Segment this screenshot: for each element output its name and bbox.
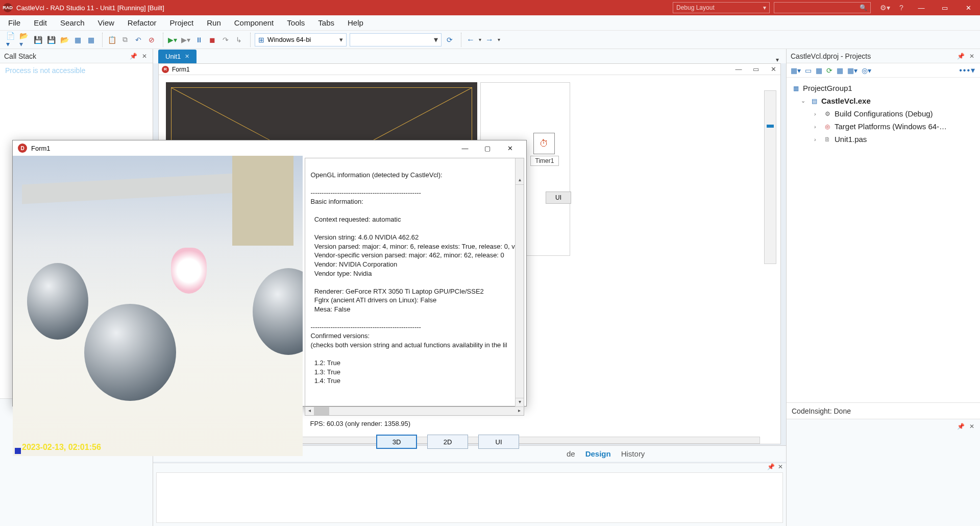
settings-gear-icon[interactable]: ⚙▾ [877, 4, 893, 12]
vertical-scrollbar[interactable]: ▴ ▾ [515, 158, 524, 407]
minimize-button[interactable]: ― [454, 140, 476, 156]
tree-row-projectgroup[interactable]: ▦ ProjectGroup1 [792, 82, 975, 94]
menu-view[interactable]: View [95, 16, 117, 29]
close-icon[interactable]: ✕ [185, 53, 189, 60]
timestamp-overlay: 2023-02-13, 02:01:56 [22, 443, 101, 452]
scroll-left-icon[interactable]: ◂ [305, 407, 314, 415]
titlebar-search[interactable]: 🔍 [774, 2, 871, 13]
nav-back-icon[interactable]: ← [465, 35, 476, 45]
save-all-icon[interactable]: 💾 [46, 35, 56, 45]
layout-combo[interactable]: Debug Layout ▾ [673, 2, 770, 13]
tree-row-unit[interactable]: › 🗎 Unit1.pas [792, 133, 975, 146]
menu-help[interactable]: Help [345, 16, 366, 29]
menu-search[interactable]: Search [57, 16, 88, 29]
nav-forward-icon[interactable]: → [484, 35, 495, 45]
platform-select[interactable]: ⊞ Windows 64-bi ▾ [255, 33, 347, 46]
view-icon[interactable]: ▦ [816, 66, 822, 75]
tab-code[interactable]: de [567, 449, 575, 458]
menu-tabs[interactable]: Tabs [315, 16, 337, 29]
target-icon[interactable]: ◎▾ [862, 66, 871, 75]
paste-icon[interactable]: 📋 [107, 35, 117, 45]
chevron-down-icon[interactable]: ▾ [776, 56, 779, 63]
maximize-button[interactable]: ▢ [476, 140, 499, 156]
config-select[interactable]: ▾ [350, 33, 442, 46]
pin-icon[interactable]: 📌 [767, 463, 775, 470]
pin-icon[interactable]: 📌 [957, 423, 965, 430]
menu-component[interactable]: Component [231, 16, 277, 29]
close-icon[interactable]: ✕ [778, 463, 783, 470]
close-icon[interactable]: ✕ [968, 53, 976, 60]
maximize-icon[interactable]: ▭ [749, 65, 763, 73]
step-into-icon[interactable]: ↳ [234, 35, 244, 45]
minimize-button[interactable]: ― [910, 0, 933, 15]
remove-icon[interactable]: ▭ [805, 66, 812, 75]
view-units-icon[interactable]: ▦ [86, 35, 96, 45]
scrollbar-thumb[interactable] [314, 407, 329, 415]
tree-row-target[interactable]: › ◎ Target Platforms (Windows 64-… [792, 120, 975, 133]
editor-tab-unit1[interactable]: Unit1 ✕ [158, 50, 197, 63]
new-file-icon[interactable]: 📄▾ [6, 35, 16, 45]
new-items-icon[interactable]: ▦ [72, 35, 83, 45]
view-ui-button[interactable]: UI [478, 435, 519, 449]
tab-design[interactable]: Design [585, 449, 611, 458]
popup-3d-viewport[interactable]: 2023-02-13, 02:01:56 [13, 156, 303, 456]
menu-project[interactable]: Project [167, 16, 197, 29]
close-icon[interactable]: ✕ [140, 53, 149, 60]
designer-title: Form1 [172, 66, 190, 73]
build-icon[interactable]: ▦ [837, 66, 843, 75]
horizontal-scrollbar[interactable]: ◂ ▸ [305, 407, 524, 415]
pause-icon[interactable]: ⏸ [194, 35, 204, 45]
tree-row-exe[interactable]: ⌄ ▤ CastleVcl.exe [792, 94, 975, 107]
close-button[interactable]: ✕ [499, 140, 521, 156]
open-folder-icon[interactable]: 📂▾ [19, 35, 30, 45]
menu-tools[interactable]: Tools [284, 16, 308, 29]
chevron-down-icon[interactable]: ▾ [498, 37, 500, 42]
tree-row-build[interactable]: › ⚙ Build Configurations (Debug) [792, 107, 975, 120]
menu-run[interactable]: Run [204, 16, 224, 29]
view-2d-button[interactable]: 2D [427, 435, 468, 449]
pin-icon[interactable]: 📌 [957, 53, 965, 60]
copy-icon[interactable]: ⧉ [120, 35, 130, 45]
scroll-down-icon[interactable]: ▾ [516, 398, 524, 407]
tab-history[interactable]: History [621, 449, 645, 458]
popup-titlebar[interactable]: D Form1 ― ▢ ✕ [13, 140, 526, 156]
step-over-icon[interactable]: ↷ [220, 35, 231, 45]
help-icon[interactable]: ? [893, 4, 910, 12]
more-icon[interactable]: •••▾ [959, 65, 976, 75]
no-entry-icon[interactable]: ⊘ [146, 35, 157, 45]
run-without-debug-icon[interactable]: ▶▾ [181, 35, 191, 45]
add-icon[interactable]: ▦▾ [791, 66, 801, 75]
log-line: (checks both version string and actual f… [310, 341, 507, 349]
menu-file[interactable]: File [5, 16, 23, 29]
log-line: Mesa: False [310, 305, 350, 313]
minimize-icon[interactable]: ― [731, 65, 746, 73]
log-line: OpenGL information (detected by CastleVc… [310, 171, 442, 179]
log-line: Basic information: [310, 198, 363, 205]
refresh-icon[interactable]: ⟳ [826, 66, 832, 75]
open-project-icon[interactable]: 📂 [59, 35, 69, 45]
close-icon[interactable]: ✕ [766, 65, 780, 73]
deploy-icon[interactable]: ▦▾ [847, 66, 857, 75]
minimap[interactable] [764, 90, 776, 264]
close-button[interactable]: ✕ [957, 0, 980, 15]
scroll-right-icon[interactable]: ▸ [515, 407, 524, 415]
stop-icon[interactable]: ◼ [207, 35, 217, 45]
close-icon[interactable]: ✕ [968, 423, 976, 430]
view-3d-button[interactable]: 3D [376, 435, 417, 449]
undo-icon[interactable]: ↶ [133, 35, 143, 45]
scroll-up-icon[interactable]: ▴ [516, 176, 524, 185]
timer-component-icon[interactable]: ⏱ [533, 133, 555, 154]
right-bottom-panel: 📌 ✕ [787, 419, 980, 526]
save-icon[interactable]: 💾 [33, 35, 43, 45]
menu-edit[interactable]: Edit [31, 16, 50, 29]
refresh-list-icon[interactable]: ⟳ [445, 35, 455, 45]
maximize-button[interactable]: ▭ [933, 0, 957, 15]
menu-refactor[interactable]: Refactor [125, 16, 160, 29]
run-icon[interactable]: ▶▾ [167, 35, 178, 45]
projects-toolbar: ▦▾ ▭ ▦ ⟳ ▦ ▦▾ ◎▾ •••▾ [787, 63, 980, 78]
log-line: 1.4: True [310, 377, 340, 385]
project-tree[interactable]: ▦ ProjectGroup1 ⌄ ▤ CastleVcl.exe › ⚙ Bu… [787, 78, 980, 150]
pin-icon[interactable]: 📌 [129, 53, 137, 60]
chevron-down-icon[interactable]: ▾ [479, 37, 481, 42]
opengl-info-memo[interactable]: OpenGL information (detected by CastleVc… [305, 158, 524, 416]
